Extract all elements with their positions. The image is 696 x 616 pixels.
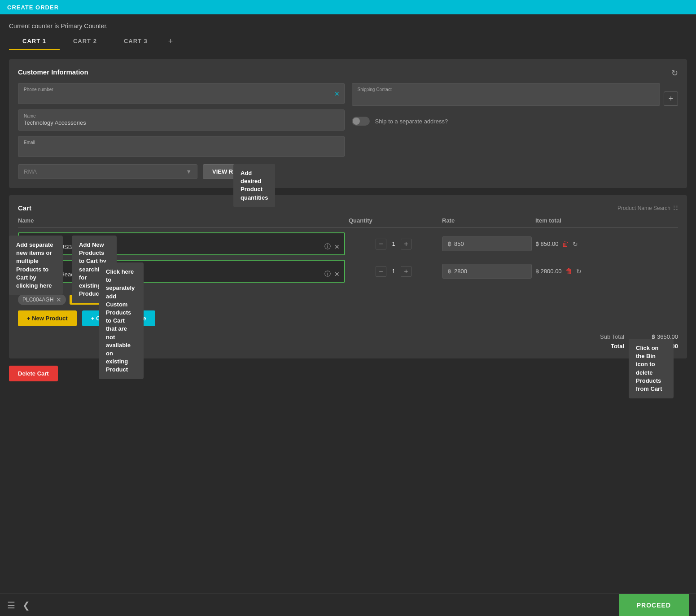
product-2-total-cell: ฿ 2800.00 🗑 ↻ <box>535 267 648 275</box>
cart-section-title: Cart <box>18 204 31 212</box>
counter-info: Current counter is Primary Counter. <box>0 14 696 33</box>
delete-cart-button[interactable]: Delete Cart <box>9 366 58 381</box>
product-1-search-label: Search for product <box>23 237 340 242</box>
customer-left-col: Phone number ✕ Name Email RMA <box>18 83 345 179</box>
product-2-currency: ฿ <box>448 268 451 275</box>
refresh-customer-button[interactable]: ↻ <box>671 68 678 78</box>
cart-section: Add desired Product quantities Cart Prod… <box>9 195 687 358</box>
ship-toggle[interactable] <box>352 117 370 126</box>
product-2-delete-icon[interactable]: 🗑 <box>565 267 573 275</box>
product-2-qty-decrease[interactable]: − <box>376 266 386 277</box>
product-1-qty-control: − 1 + <box>349 239 438 249</box>
phone-label: Phone number <box>24 87 339 92</box>
product-2-rate: 2800 <box>454 268 467 275</box>
filter-icon: ☷ <box>673 205 678 211</box>
product-1-refresh-icon[interactable]: ↻ <box>573 240 578 248</box>
product-2-total: ฿ 2800.00 <box>535 268 562 275</box>
top-bar-title: CREATE ORDER <box>7 4 59 11</box>
tooltip-add-quantities: Add desired Product quantities <box>233 164 275 207</box>
product-name-search-label: Product Name Search ☷ <box>617 205 678 211</box>
phone-input[interactable] <box>24 93 330 100</box>
col-name: Name <box>18 217 345 224</box>
phone-clear-icon[interactable]: ✕ <box>334 90 340 97</box>
product-1-icons: ⓘ ✕ <box>324 243 340 251</box>
proceed-button[interactable]: PROCEED <box>619 594 689 616</box>
product-2-qty-increase[interactable]: + <box>401 266 411 277</box>
product-2-help-icon[interactable]: ⓘ <box>324 270 331 278</box>
tooltip-custom-item-wrapper: Click here to separately add Custom Prod… <box>99 262 144 287</box>
shipping-contact-row: Shipping Contact + <box>352 83 678 106</box>
product-2-search-row: A4Tech G500 Headset ⓘ ✕ <box>23 270 340 278</box>
email-input[interactable] <box>24 146 330 153</box>
name-field[interactable]: Name <box>18 109 345 131</box>
product-1-total-cell: ฿ 850.00 🗑 ↻ <box>535 240 648 248</box>
sn-tag-remove-icon[interactable]: ✕ <box>56 296 61 303</box>
col-actions <box>651 217 678 224</box>
tab-cart3[interactable]: CART 3 <box>110 33 161 50</box>
tabs-bar: CART 1 CART 2 CART 3 + <box>0 33 696 50</box>
tab-cart1[interactable]: CART 1 <box>9 33 60 50</box>
phone-number-field[interactable]: Phone number ✕ <box>18 83 345 104</box>
sn-tag-1: PLC004AGH ✕ <box>18 294 66 305</box>
product-2-qty-control: − 1 + <box>349 266 438 277</box>
product-2-icons: ⓘ ✕ <box>324 270 340 278</box>
sn-tag-value: PLC004AGH <box>22 297 53 303</box>
product-1-rate: 850 <box>454 240 464 247</box>
product-row-1: Search for product A4Tech FK11 USB Mini … <box>18 232 678 255</box>
shipping-contact-dropdown[interactable] <box>358 95 655 101</box>
product-2-qty-value: 1 <box>389 268 398 275</box>
product-2-search-field[interactable]: Search for product A4Tech G500 Headset ⓘ… <box>18 260 345 283</box>
product-1-rate-field[interactable]: ฿ 850 <box>442 236 532 251</box>
email-label: Email <box>24 140 339 145</box>
name-label: Name <box>24 114 339 118</box>
customer-info-title: Customer Information <box>18 68 678 76</box>
top-bar: CREATE ORDER <box>0 0 696 14</box>
bottom-left-controls: ☰ ❮ <box>7 600 30 611</box>
product-1-qty-value: 1 <box>389 240 398 247</box>
ship-toggle-row: Ship to a separate address? <box>352 117 678 126</box>
product-1-help-icon[interactable]: ⓘ <box>324 243 331 251</box>
product-1-total: ฿ 850.00 <box>535 240 558 247</box>
product-1-currency: ฿ <box>448 240 451 247</box>
hamburger-icon[interactable]: ☰ <box>7 600 15 611</box>
product-2-remove-icon[interactable]: ✕ <box>334 271 340 278</box>
shipping-contact-label: Shipping Contact <box>358 87 655 92</box>
product-1-delete-icon[interactable]: 🗑 <box>562 240 569 248</box>
counter-info-text: Current counter is Primary Counter. <box>9 22 108 30</box>
name-input[interactable] <box>24 119 330 126</box>
shipping-contact-select[interactable]: Shipping Contact <box>352 83 661 106</box>
rma-chevron-icon: ▼ <box>186 168 192 175</box>
bottom-bar: ☰ ❮ PROCEED <box>0 594 696 616</box>
product-2-search-label: Search for product <box>23 264 340 269</box>
tab-cart2[interactable]: CART 2 <box>60 33 110 50</box>
tooltip-new-product: Add separate new items or multiple Produ… <box>9 236 63 295</box>
rma-label: RMA <box>24 168 37 175</box>
col-item-total: Item total <box>535 217 648 224</box>
tooltip-bin-wrapper: Click on the Bin icon to delete Products… <box>629 339 674 358</box>
product-1-remove-icon[interactable]: ✕ <box>334 243 340 250</box>
add-cart-button[interactable]: + <box>161 33 180 50</box>
tooltip-bin-icon: Click on the Bin icon to delete Products… <box>629 339 674 398</box>
cart-header: Cart Product Name Search ☷ <box>18 204 678 212</box>
cart-column-headers: Name Quantity Rate Item total <box>18 217 678 228</box>
new-product-button[interactable]: + New Product <box>18 310 77 326</box>
shipping-add-button[interactable]: + <box>664 92 678 106</box>
tooltip-add-quantities-wrapper: Add desired Product quantities <box>233 164 260 194</box>
total-label: Total <box>588 343 624 350</box>
rma-select[interactable]: RMA ▼ <box>18 164 197 179</box>
ship-toggle-label: Ship to a separate address? <box>375 118 448 125</box>
product-1-qty-decrease[interactable]: − <box>376 239 386 249</box>
subtotal-label: Sub Total <box>588 333 624 340</box>
col-quantity: Quantity <box>349 217 438 224</box>
product-2-refresh-icon[interactable]: ↻ <box>576 268 582 275</box>
product-2-rate-field[interactable]: ฿ 2800 <box>442 264 532 279</box>
customer-info-card: ↻ Customer Information Phone number ✕ Na… <box>9 59 687 188</box>
tooltip-new-product-wrapper: Add separate new items or multiple Produ… <box>9 236 63 260</box>
back-icon[interactable]: ❮ <box>22 600 30 611</box>
email-field[interactable]: Email <box>18 136 345 157</box>
product-1-search-field[interactable]: Search for product A4Tech FK11 USB Mini … <box>18 232 345 255</box>
tooltip-custom-item: Click here to separately add Custom Prod… <box>99 262 144 379</box>
product-1-qty-increase[interactable]: + <box>401 239 411 249</box>
main-content: ↻ Customer Information Phone number ✕ Na… <box>0 50 696 390</box>
product-1-search-row: A4Tech FK11 USB Mini Keyboard ⓘ ✕ <box>23 243 340 251</box>
